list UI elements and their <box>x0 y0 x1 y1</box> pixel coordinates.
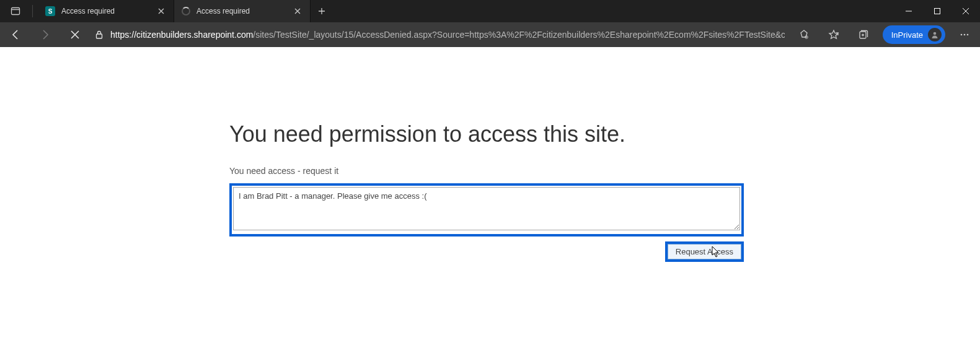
tab-1-close-icon[interactable] <box>156 6 166 16</box>
tab-1[interactable]: S Access required <box>38 0 174 22</box>
svg-point-10 <box>961 34 963 36</box>
page-subtitle: You need access - request it <box>229 166 744 176</box>
url-path: /sites/TestSite/_layouts/15/AccessDenied… <box>253 30 784 40</box>
sharepoint-icon: S <box>45 6 55 16</box>
request-access-button[interactable]: Request Access <box>668 244 741 259</box>
url-host: https://citizenbuilders.sharepoint.com <box>110 30 253 40</box>
page-title: You need permission to access this site. <box>229 121 744 147</box>
new-tab-button[interactable] <box>311 0 333 22</box>
collections-icon[interactable] <box>853 24 874 45</box>
svg-point-12 <box>967 34 969 36</box>
profile-avatar-icon <box>928 28 942 41</box>
browser-titlebar: S Access required Access required <box>0 0 980 22</box>
access-denied-panel: You need permission to access this site.… <box>229 121 744 262</box>
tab-1-title: Access required <box>61 7 115 15</box>
address-bar[interactable]: https://citizenbuilders.sharepoint.com/s… <box>94 30 785 40</box>
svg-point-9 <box>934 32 937 35</box>
tab-row: S Access required Access required <box>38 0 894 22</box>
tab-2-title: Access required <box>196 7 250 15</box>
inprivate-label: InPrivate <box>891 30 923 40</box>
message-field-highlight <box>229 183 744 237</box>
url-text: https://citizenbuilders.sharepoint.com/s… <box>110 30 785 40</box>
request-button-highlight: Request Access <box>665 241 744 262</box>
window-controls <box>894 0 980 22</box>
tab-actions-icon[interactable] <box>5 1 26 22</box>
favorites-icon[interactable] <box>823 24 844 45</box>
svg-point-11 <box>964 34 966 36</box>
site-info-icon[interactable] <box>94 30 104 40</box>
toolbar-right: InPrivate <box>793 24 975 45</box>
page-content: You need permission to access this site.… <box>0 121 980 262</box>
window-maximize-button[interactable] <box>923 0 951 22</box>
stop-reload-button[interactable] <box>64 24 86 45</box>
svg-rect-3 <box>935 9 940 14</box>
window-close-button[interactable] <box>951 0 980 22</box>
browser-toolbar: https://citizenbuilders.sharepoint.com/s… <box>0 22 980 47</box>
loading-spinner-icon <box>182 7 190 15</box>
tracking-prevention-icon[interactable] <box>793 24 814 45</box>
inprivate-badge[interactable]: InPrivate <box>883 25 945 44</box>
window-minimize-button[interactable] <box>894 0 923 22</box>
divider <box>32 5 33 17</box>
settings-more-icon[interactable] <box>954 24 975 45</box>
tab-2-close-icon[interactable] <box>293 6 302 16</box>
back-button[interactable] <box>5 24 26 45</box>
access-request-message-input[interactable] <box>233 187 740 230</box>
button-row: Request Access <box>229 241 744 262</box>
svg-rect-0 <box>12 8 20 15</box>
svg-rect-4 <box>97 34 102 38</box>
tab-actions-left <box>0 0 38 22</box>
sp-icon-letter: S <box>48 8 53 15</box>
tab-2-active[interactable]: Access required <box>174 0 311 22</box>
forward-button[interactable] <box>35 24 56 45</box>
